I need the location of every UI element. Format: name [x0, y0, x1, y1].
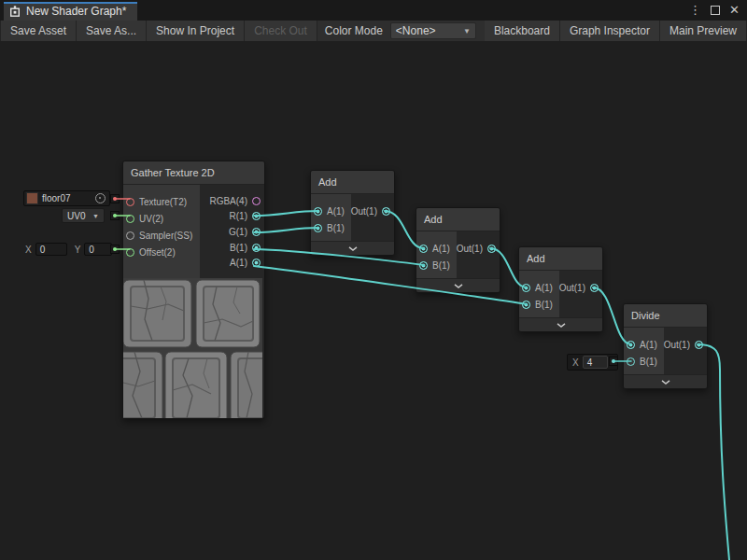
- port-label: A(1): [432, 244, 450, 254]
- blackboard-button[interactable]: Blackboard: [485, 21, 560, 41]
- port-label: Texture(T2): [139, 197, 187, 207]
- save-as-button[interactable]: Save As...: [77, 21, 147, 41]
- edge-connector-dot: [110, 211, 120, 220]
- collapse-preview-control[interactable]: [624, 374, 707, 388]
- maximize-icon[interactable]: [711, 6, 720, 15]
- main-preview-button[interactable]: Main Preview: [660, 21, 747, 41]
- port-out-output[interactable]: [695, 341, 703, 349]
- node-title: Gather Texture 2D: [123, 161, 264, 185]
- texture-preview: [123, 278, 262, 418]
- collapse-preview-control[interactable]: [311, 241, 394, 255]
- port-sampler-input[interactable]: [126, 231, 134, 240]
- port-label: R(1): [230, 211, 247, 221]
- graph-toolbar: Save Asset Save As... Show In Project Ch…: [0, 21, 747, 42]
- node-add-2[interactable]: Add A(1) B(1) Out(1): [416, 207, 500, 293]
- collapse-preview-control[interactable]: [416, 278, 500, 292]
- graph-inspector-button[interactable]: Graph Inspector: [560, 21, 660, 41]
- port-label: A(1): [230, 258, 247, 268]
- tab-title: New Shader Graph*: [26, 5, 126, 18]
- port-a-input[interactable]: [314, 207, 322, 216]
- offset-y-input[interactable]: 0: [84, 243, 112, 256]
- port-b-input[interactable]: [522, 301, 530, 309]
- chevron-down-icon: ▼: [92, 213, 99, 219]
- port-b-output[interactable]: [252, 244, 261, 252]
- window-titlebar: New Shader Graph* ⋮ ✕: [0, 0, 747, 21]
- more-icon[interactable]: ⋮: [689, 0, 701, 21]
- port-rgba-output[interactable]: [252, 197, 261, 205]
- node-title: Add: [519, 247, 602, 271]
- port-g-output[interactable]: [252, 228, 261, 236]
- tab-new-shader-graph[interactable]: New Shader Graph*: [4, 2, 137, 21]
- port-label: B(1): [327, 223, 345, 233]
- y-label: Y: [75, 245, 81, 255]
- chevron-down-icon: [454, 284, 463, 288]
- save-asset-button[interactable]: Save Asset: [0, 21, 77, 41]
- color-mode-label: Color Mode: [317, 21, 390, 41]
- port-offset-input[interactable]: [126, 248, 134, 257]
- offset-x-input[interactable]: 0: [35, 243, 67, 256]
- port-label: UV(2): [139, 214, 163, 224]
- node-add-1[interactable]: Add A(1) B(1) Out(1): [310, 170, 395, 256]
- node-title: Divide: [624, 304, 707, 328]
- port-out-output[interactable]: [487, 245, 496, 253]
- edge-connector-dot: [110, 194, 120, 203]
- node-add-3[interactable]: Add A(1) B(1) Out(1): [518, 246, 603, 332]
- chevron-down-icon: ▼: [463, 27, 471, 35]
- chevron-down-icon: [348, 246, 358, 251]
- port-label: Out(1): [351, 206, 377, 217]
- shader-graph-asset-icon: [9, 6, 21, 18]
- uv-channel-dropdown[interactable]: UV0 ▼: [62, 208, 105, 223]
- port-out-output[interactable]: [382, 207, 390, 216]
- node-title: Add: [416, 208, 500, 231]
- port-label: B(1): [432, 260, 450, 271]
- node-divide[interactable]: Divide A(1) B(1) Out(1): [623, 303, 708, 389]
- port-a-input[interactable]: [627, 341, 635, 349]
- texture-thumbnail: [26, 192, 38, 204]
- edge-connector-dot: [609, 357, 618, 366]
- color-mode-dropdown[interactable]: <None> ▼: [390, 22, 476, 39]
- chevron-down-icon: [661, 380, 670, 385]
- port-label: G(1): [229, 227, 247, 237]
- edge-connector-dot: [110, 245, 120, 254]
- chevron-down-icon: [557, 323, 566, 328]
- window-controls: ⋮ ✕: [689, 0, 747, 21]
- port-label: B(1): [230, 243, 247, 253]
- uv-channel-value: UV0: [67, 211, 85, 221]
- check-out-button: Check Out: [245, 21, 317, 41]
- port-b-input[interactable]: [314, 224, 322, 232]
- node-gather-texture-2d[interactable]: Gather Texture 2D Texture(T2) UV(2) Samp…: [122, 161, 265, 419]
- edge-layer: [0, 41, 747, 560]
- object-picker-icon[interactable]: [95, 193, 106, 203]
- collapse-preview-control[interactable]: [519, 317, 602, 331]
- port-b-input[interactable]: [627, 357, 635, 366]
- texture-object-field[interactable]: floor07: [23, 190, 110, 206]
- port-out-output[interactable]: [590, 284, 599, 292]
- x-label: X: [25, 245, 32, 255]
- close-icon[interactable]: ✕: [729, 0, 740, 21]
- port-uv-input[interactable]: [126, 215, 134, 223]
- texture-name: floor07: [42, 193, 71, 203]
- port-a-output[interactable]: [252, 259, 261, 267]
- port-label: B(1): [535, 300, 553, 310]
- port-label: RGBA(4): [209, 196, 247, 206]
- graph-canvas[interactable]: Gather Texture 2D Texture(T2) UV(2) Samp…: [0, 41, 747, 560]
- offset-vector2-field: X 0 Y 0: [25, 242, 112, 257]
- port-label: Out(1): [457, 244, 483, 254]
- port-label: Out(1): [559, 283, 585, 293]
- port-texture-input[interactable]: [126, 198, 134, 206]
- port-r-output[interactable]: [252, 212, 261, 220]
- port-label: B(1): [640, 357, 657, 367]
- port-label: Out(1): [664, 340, 690, 350]
- port-label: A(1): [640, 340, 657, 350]
- port-a-input[interactable]: [419, 245, 428, 253]
- port-label: A(1): [327, 206, 345, 217]
- show-in-project-button[interactable]: Show In Project: [147, 21, 245, 41]
- color-mode-value: <None>: [396, 24, 436, 37]
- port-b-input[interactable]: [419, 261, 428, 270]
- port-a-input[interactable]: [522, 284, 530, 292]
- divide-b-input[interactable]: 4: [583, 356, 608, 369]
- port-label: A(1): [535, 283, 553, 293]
- x-label: X: [572, 357, 579, 368]
- shader-graph-window: New Shader Graph* ⋮ ✕ Save Asset Save As…: [0, 0, 747, 560]
- node-title: Add: [311, 171, 394, 194]
